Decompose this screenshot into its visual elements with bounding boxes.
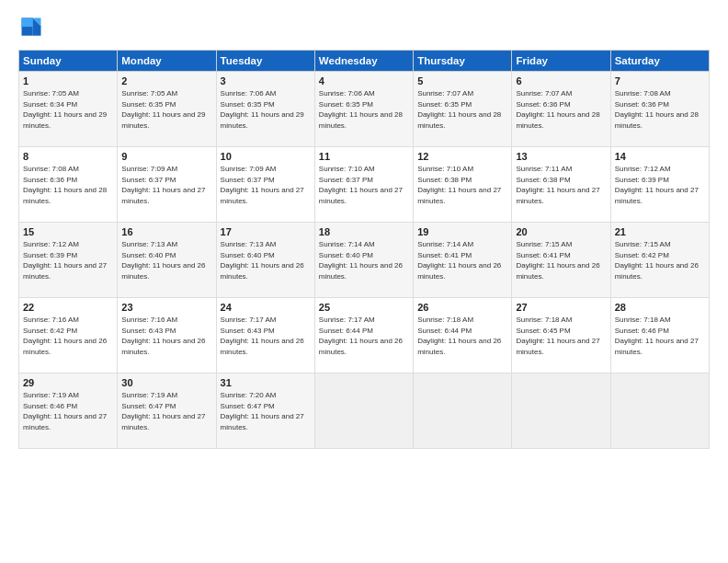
day-cell-21: 21 Sunrise: 7:15 AMSunset: 6:42 PMDaylig… [610,223,709,298]
day-cell-7: 7 Sunrise: 7:08 AMSunset: 6:36 PMDayligh… [610,72,709,147]
day-info: Sunrise: 7:13 AMSunset: 6:40 PMDaylight:… [121,240,205,281]
day-cell-24: 24 Sunrise: 7:17 AMSunset: 6:43 PMDaylig… [216,298,314,373]
day-number: 17 [221,226,311,237]
day-number: 28 [615,302,705,313]
day-cell-1: 1 Sunrise: 7:05 AMSunset: 6:34 PMDayligh… [19,72,118,147]
day-info: Sunrise: 7:15 AMSunset: 6:42 PMDaylight:… [615,240,699,281]
day-cell-18: 18 Sunrise: 7:14 AMSunset: 6:40 PMDaylig… [314,223,413,298]
day-cell-23: 23 Sunrise: 7:16 AMSunset: 6:43 PMDaylig… [118,298,216,373]
day-info: Sunrise: 7:10 AMSunset: 6:37 PMDaylight:… [319,165,403,205]
day-number: 2 [121,75,211,86]
day-info: Sunrise: 7:13 AMSunset: 6:40 PMDaylight:… [221,240,304,281]
day-cell-2: 2 Sunrise: 7:05 AMSunset: 6:35 PMDayligh… [118,72,216,147]
page: SundayMondayTuesdayWednesdayThursdayFrid… [0,0,728,563]
day-info: Sunrise: 7:09 AMSunset: 6:37 PMDaylight:… [221,165,304,205]
day-cell-11: 11 Sunrise: 7:10 AMSunset: 6:37 PMDaylig… [314,147,413,223]
header [18,15,710,40]
day-info: Sunrise: 7:09 AMSunset: 6:37 PMDaylight:… [121,165,205,205]
empty-cell [512,373,610,449]
day-header-tuesday: Tuesday [216,51,314,72]
day-number: 9 [121,151,211,162]
day-number: 15 [23,226,113,237]
day-cell-29: 29 Sunrise: 7:19 AMSunset: 6:46 PMDaylig… [19,373,118,449]
day-number: 21 [615,226,705,237]
week-row-4: 22 Sunrise: 7:16 AMSunset: 6:42 PMDaylig… [19,298,710,373]
week-row-5: 29 Sunrise: 7:19 AMSunset: 6:46 PMDaylig… [19,373,710,449]
day-info: Sunrise: 7:08 AMSunset: 6:36 PMDaylight:… [615,89,699,130]
day-number: 20 [516,226,606,237]
day-info: Sunrise: 7:05 AMSunset: 6:35 PMDaylight:… [121,89,205,130]
day-number: 23 [121,302,211,313]
day-cell-31: 31 Sunrise: 7:20 AMSunset: 6:47 PMDaylig… [216,373,314,449]
day-number: 10 [221,151,311,162]
day-cell-10: 10 Sunrise: 7:09 AMSunset: 6:37 PMDaylig… [216,147,314,223]
empty-cell [610,373,709,449]
calendar-table: SundayMondayTuesdayWednesdayThursdayFrid… [18,50,710,449]
day-number: 24 [221,302,311,313]
day-number: 8 [23,151,113,162]
day-header-wednesday: Wednesday [314,51,413,72]
day-header-saturday: Saturday [610,51,709,72]
day-info: Sunrise: 7:06 AMSunset: 6:35 PMDaylight:… [319,89,403,130]
day-cell-20: 20 Sunrise: 7:15 AMSunset: 6:41 PMDaylig… [512,223,610,298]
day-number: 18 [319,226,409,237]
day-cell-4: 4 Sunrise: 7:06 AMSunset: 6:35 PMDayligh… [314,72,413,147]
week-row-3: 15 Sunrise: 7:12 AMSunset: 6:39 PMDaylig… [19,223,710,298]
day-number: 1 [23,75,113,86]
day-cell-3: 3 Sunrise: 7:06 AMSunset: 6:35 PMDayligh… [216,72,314,147]
day-number: 16 [121,226,211,237]
day-info: Sunrise: 7:20 AMSunset: 6:47 PMDaylight:… [221,391,304,431]
header-row: SundayMondayTuesdayWednesdayThursdayFrid… [19,51,710,72]
day-cell-22: 22 Sunrise: 7:16 AMSunset: 6:42 PMDaylig… [19,298,118,373]
day-info: Sunrise: 7:06 AMSunset: 6:35 PMDaylight:… [221,89,304,130]
day-cell-30: 30 Sunrise: 7:19 AMSunset: 6:47 PMDaylig… [118,373,216,449]
day-info: Sunrise: 7:10 AMSunset: 6:38 PMDaylight:… [417,165,501,205]
day-info: Sunrise: 7:07 AMSunset: 6:35 PMDaylight:… [417,89,501,130]
day-number: 22 [23,302,113,313]
day-info: Sunrise: 7:12 AMSunset: 6:39 PMDaylight:… [23,240,107,281]
day-cell-9: 9 Sunrise: 7:09 AMSunset: 6:37 PMDayligh… [118,147,216,223]
day-cell-19: 19 Sunrise: 7:14 AMSunset: 6:41 PMDaylig… [414,223,512,298]
day-number: 7 [615,75,705,86]
day-info: Sunrise: 7:15 AMSunset: 6:41 PMDaylight:… [516,240,599,281]
day-info: Sunrise: 7:16 AMSunset: 6:43 PMDaylight:… [121,316,205,356]
day-cell-17: 17 Sunrise: 7:13 AMSunset: 6:40 PMDaylig… [216,223,314,298]
day-number: 31 [221,377,311,388]
day-number: 27 [516,302,606,313]
day-cell-13: 13 Sunrise: 7:11 AMSunset: 6:38 PMDaylig… [512,147,610,223]
day-number: 30 [121,377,211,388]
svg-rect-4 [22,18,33,28]
week-row-1: 1 Sunrise: 7:05 AMSunset: 6:34 PMDayligh… [19,72,710,147]
empty-cell [314,373,413,449]
day-cell-15: 15 Sunrise: 7:12 AMSunset: 6:39 PMDaylig… [19,223,118,298]
day-number: 5 [417,75,507,86]
day-info: Sunrise: 7:07 AMSunset: 6:36 PMDaylight:… [516,89,599,130]
day-cell-6: 6 Sunrise: 7:07 AMSunset: 6:36 PMDayligh… [512,72,610,147]
day-header-sunday: Sunday [19,51,118,72]
day-info: Sunrise: 7:11 AMSunset: 6:38 PMDaylight:… [516,165,599,205]
day-info: Sunrise: 7:14 AMSunset: 6:40 PMDaylight:… [319,240,403,281]
day-info: Sunrise: 7:18 AMSunset: 6:46 PMDaylight:… [615,316,699,356]
empty-cell [414,373,512,449]
day-cell-14: 14 Sunrise: 7:12 AMSunset: 6:39 PMDaylig… [610,147,709,223]
day-cell-16: 16 Sunrise: 7:13 AMSunset: 6:40 PMDaylig… [118,223,216,298]
day-cell-26: 26 Sunrise: 7:18 AMSunset: 6:44 PMDaylig… [414,298,512,373]
day-info: Sunrise: 7:05 AMSunset: 6:34 PMDaylight:… [23,89,107,130]
day-number: 3 [221,75,311,86]
day-number: 13 [516,151,606,162]
logo [18,15,48,40]
day-header-friday: Friday [512,51,610,72]
day-header-thursday: Thursday [414,51,512,72]
day-info: Sunrise: 7:12 AMSunset: 6:39 PMDaylight:… [615,165,699,205]
logo-icon [18,15,44,40]
day-header-monday: Monday [118,51,216,72]
day-number: 14 [615,151,705,162]
day-info: Sunrise: 7:18 AMSunset: 6:44 PMDaylight:… [417,316,501,356]
day-number: 4 [319,75,409,86]
day-cell-27: 27 Sunrise: 7:18 AMSunset: 6:45 PMDaylig… [512,298,610,373]
day-info: Sunrise: 7:08 AMSunset: 6:36 PMDaylight:… [23,165,107,205]
week-row-2: 8 Sunrise: 7:08 AMSunset: 6:36 PMDayligh… [19,147,710,223]
day-number: 6 [516,75,606,86]
day-info: Sunrise: 7:17 AMSunset: 6:43 PMDaylight:… [221,316,304,356]
day-info: Sunrise: 7:19 AMSunset: 6:47 PMDaylight:… [121,391,205,431]
